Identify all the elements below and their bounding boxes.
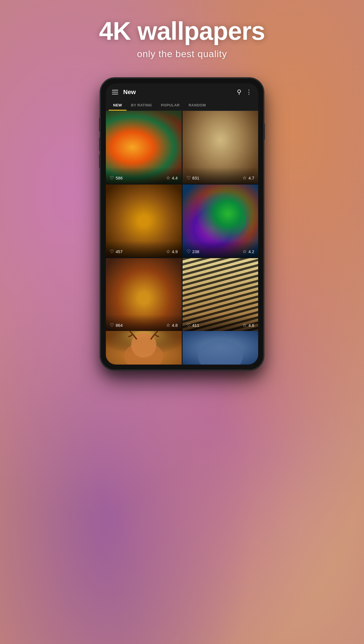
svg-line-47 bbox=[149, 229, 166, 230]
svg-point-6 bbox=[131, 141, 137, 145]
svg-point-59 bbox=[232, 219, 238, 225]
svg-point-29 bbox=[124, 201, 163, 243]
rating-zebra: 4.6 bbox=[248, 323, 254, 328]
svg-point-66 bbox=[231, 216, 233, 218]
svg-rect-88 bbox=[204, 298, 212, 315]
heart-icon-leopard: ♡ bbox=[110, 249, 114, 254]
svg-point-42 bbox=[150, 216, 154, 220]
svg-marker-19 bbox=[206, 122, 214, 130]
likes-count-leopard: 457 bbox=[116, 249, 123, 254]
phone-screen: New ⚲ ⋮ NEW BY RATING POPULAR RANDOM bbox=[106, 83, 258, 365]
more-options-icon[interactable]: ⋮ bbox=[246, 89, 252, 95]
tab-new[interactable]: NEW bbox=[109, 100, 127, 111]
svg-point-36 bbox=[130, 222, 135, 228]
wallpaper-item-deer[interactable] bbox=[106, 331, 182, 365]
heart-icon-snake: ♡ bbox=[186, 249, 191, 254]
tab-popular[interactable]: POPULAR bbox=[157, 100, 184, 111]
star-icon-parrots: ☆ bbox=[166, 176, 170, 180]
svg-point-92 bbox=[204, 276, 237, 313]
svg-point-61 bbox=[215, 223, 222, 229]
svg-point-40 bbox=[134, 216, 137, 220]
svg-point-3 bbox=[123, 128, 142, 150]
svg-rect-99 bbox=[222, 272, 224, 279]
svg-point-35 bbox=[146, 203, 152, 208]
svg-point-9 bbox=[130, 138, 132, 140]
likes-count-bear: 864 bbox=[116, 323, 123, 328]
search-icon[interactable]: ⚲ bbox=[237, 89, 241, 95]
svg-point-24 bbox=[212, 143, 214, 146]
top-bar-left: New bbox=[112, 88, 136, 96]
svg-marker-18 bbox=[226, 119, 236, 130]
tab-random[interactable]: RANDOM bbox=[184, 100, 211, 111]
rating-group-parrots: ☆ 4.4 bbox=[166, 176, 178, 180]
heart-icon-bear: ♡ bbox=[110, 323, 114, 328]
wallpaper-item-zebra[interactable]: ♡ 411 ☆ 4.6 bbox=[183, 258, 258, 331]
wallpaper-item-snake[interactable]: ♡ 238 ☆ 4.2 bbox=[183, 185, 258, 257]
svg-point-26 bbox=[226, 143, 228, 146]
star-icon-snake: ☆ bbox=[242, 249, 247, 254]
wallpaper-item-bear[interactable]: ♡ 864 ☆ 4.8 bbox=[106, 258, 182, 331]
svg-point-32 bbox=[152, 208, 158, 214]
svg-point-51 bbox=[209, 212, 215, 219]
rating-group-zebra: ☆ 4.6 bbox=[242, 323, 254, 328]
svg-point-58 bbox=[225, 218, 232, 224]
rating-bear: 4.8 bbox=[172, 323, 178, 328]
svg-point-60 bbox=[208, 223, 214, 230]
svg-point-70 bbox=[124, 274, 163, 316]
svg-point-77 bbox=[133, 288, 139, 294]
svg-point-52 bbox=[216, 211, 222, 217]
likes-count-zebra: 411 bbox=[192, 323, 199, 328]
likes-group-zebra: ♡ 411 bbox=[186, 323, 199, 328]
svg-point-73 bbox=[151, 272, 165, 286]
svg-rect-85 bbox=[215, 274, 221, 295]
svg-point-96 bbox=[208, 289, 213, 295]
wallpaper-item-wolf[interactable]: ♡ 831 ☆ 4.7 bbox=[183, 111, 258, 184]
svg-point-2 bbox=[117, 128, 148, 167]
svg-point-11 bbox=[150, 137, 151, 138]
tab-by-rating[interactable]: BY RATING bbox=[127, 100, 157, 111]
svg-point-94 bbox=[216, 305, 219, 307]
svg-point-71 bbox=[123, 272, 137, 286]
svg-marker-20 bbox=[227, 122, 234, 130]
svg-point-54 bbox=[229, 214, 235, 220]
svg-point-37 bbox=[151, 221, 156, 227]
svg-point-53 bbox=[223, 211, 229, 218]
heart-icon-zebra: ♡ bbox=[186, 323, 191, 328]
heart-icon-wolf: ♡ bbox=[186, 176, 191, 180]
svg-point-79 bbox=[134, 290, 136, 291]
wallpaper-item-parrots[interactable]: ♡ 586 ☆ 4.4 bbox=[106, 111, 182, 184]
likes-group-parrots: ♡ 586 bbox=[110, 176, 123, 180]
svg-line-46 bbox=[149, 227, 166, 228]
wallpaper-overlay-leopard: ♡ 457 ☆ 4.9 bbox=[106, 241, 182, 257]
svg-marker-43 bbox=[141, 226, 146, 229]
rating-wolf: 4.7 bbox=[248, 176, 254, 180]
svg-point-39 bbox=[131, 215, 139, 221]
svg-line-45 bbox=[121, 229, 138, 230]
rating-group-bear: ☆ 4.8 bbox=[166, 323, 178, 328]
svg-point-72 bbox=[125, 275, 134, 284]
wallpaper-overlay-bear: ♡ 864 ☆ 4.8 bbox=[106, 314, 182, 331]
svg-point-57 bbox=[218, 216, 225, 223]
svg-point-80 bbox=[150, 290, 151, 291]
wallpaper-item-leopard[interactable]: ♡ 457 ☆ 4.9 bbox=[106, 185, 182, 257]
svg-point-12 bbox=[115, 147, 139, 165]
wallpaper-grid: ♡ 586 ☆ 4.4 bbox=[106, 111, 258, 331]
likes-group-wolf: ♡ 831 bbox=[186, 176, 199, 180]
svg-point-74 bbox=[153, 275, 162, 284]
svg-point-22 bbox=[218, 148, 223, 151]
svg-point-38 bbox=[140, 227, 145, 232]
svg-point-21 bbox=[212, 145, 229, 158]
svg-point-15 bbox=[202, 128, 239, 167]
svg-point-62 bbox=[222, 223, 229, 230]
svg-rect-86 bbox=[224, 274, 230, 296]
svg-point-10 bbox=[149, 136, 152, 139]
svg-marker-17 bbox=[205, 119, 215, 130]
svg-point-56 bbox=[211, 217, 218, 224]
svg-point-76 bbox=[137, 298, 150, 307]
wallpaper-item-extra[interactable] bbox=[183, 331, 258, 365]
svg-point-8 bbox=[129, 137, 133, 141]
svg-point-41 bbox=[148, 215, 156, 221]
menu-icon[interactable] bbox=[112, 90, 118, 94]
star-icon-zebra: ☆ bbox=[242, 323, 247, 328]
likes-group-leopard: ♡ 457 bbox=[110, 249, 123, 254]
